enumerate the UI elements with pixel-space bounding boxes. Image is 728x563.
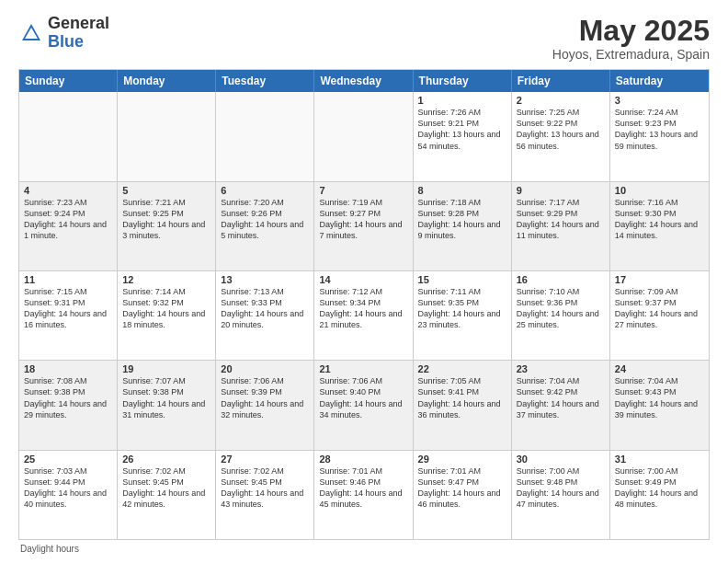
cell-info: Sunrise: 7:11 AMSunset: 9:35 PMDaylight:… xyxy=(418,286,506,331)
cell-info: Sunrise: 7:24 AMSunset: 9:23 PMDaylight:… xyxy=(615,107,704,152)
cell-info: Sunrise: 7:08 AMSunset: 9:38 PMDaylight:… xyxy=(24,375,112,420)
cell-info: Sunrise: 7:04 AMSunset: 9:42 PMDaylight:… xyxy=(517,375,605,420)
footer-note: Daylight hours xyxy=(18,544,710,554)
calendar-week-4: 18Sunrise: 7:08 AMSunset: 9:38 PMDayligh… xyxy=(19,360,709,449)
cell-info: Sunrise: 7:12 AMSunset: 9:34 PMDaylight:… xyxy=(319,286,407,331)
calendar-cell: 27Sunrise: 7:02 AMSunset: 9:45 PMDayligh… xyxy=(216,451,314,539)
day-number: 6 xyxy=(221,185,309,196)
cell-info: Sunrise: 7:15 AMSunset: 9:31 PMDaylight:… xyxy=(24,286,112,331)
cell-info: Sunrise: 7:02 AMSunset: 9:45 PMDaylight:… xyxy=(122,465,210,511)
calendar-cell: 5Sunrise: 7:21 AMSunset: 9:25 PMDaylight… xyxy=(118,182,216,270)
calendar-body: 1Sunrise: 7:26 AMSunset: 9:21 PMDaylight… xyxy=(19,92,709,539)
day-header-friday: Friday xyxy=(512,70,610,92)
calendar-week-5: 25Sunrise: 7:03 AMSunset: 9:44 PMDayligh… xyxy=(19,450,709,539)
cell-info: Sunrise: 7:14 AMSunset: 9:32 PMDaylight:… xyxy=(122,286,210,331)
cell-info: Sunrise: 7:02 AMSunset: 9:45 PMDaylight:… xyxy=(221,465,309,511)
cell-info: Sunrise: 7:19 AMSunset: 9:27 PMDaylight:… xyxy=(319,197,407,242)
day-number: 3 xyxy=(615,95,704,106)
calendar-cell: 18Sunrise: 7:08 AMSunset: 9:38 PMDayligh… xyxy=(19,361,118,449)
calendar-cell: 19Sunrise: 7:07 AMSunset: 9:38 PMDayligh… xyxy=(118,361,216,449)
calendar-cell: 17Sunrise: 7:09 AMSunset: 9:37 PMDayligh… xyxy=(610,271,709,360)
day-number: 5 xyxy=(122,185,210,196)
day-number: 22 xyxy=(418,363,506,374)
cell-info: Sunrise: 7:00 AMSunset: 9:49 PMDaylight:… xyxy=(615,465,704,511)
cell-info: Sunrise: 7:21 AMSunset: 9:25 PMDaylight:… xyxy=(122,197,210,242)
day-number: 12 xyxy=(122,274,210,285)
calendar-cell xyxy=(216,92,314,180)
calendar-cell: 6Sunrise: 7:20 AMSunset: 9:26 PMDaylight… xyxy=(216,182,314,270)
calendar-cell: 11Sunrise: 7:15 AMSunset: 9:31 PMDayligh… xyxy=(19,271,118,360)
cell-info: Sunrise: 7:07 AMSunset: 9:38 PMDaylight:… xyxy=(122,375,210,420)
cell-info: Sunrise: 7:17 AMSunset: 9:29 PMDaylight:… xyxy=(517,197,605,242)
calendar-cell xyxy=(314,92,413,180)
calendar-cell xyxy=(19,92,118,180)
logo-blue-text: Blue xyxy=(48,32,84,51)
logo: General Blue xyxy=(18,15,109,52)
day-number: 15 xyxy=(418,274,506,285)
calendar: SundayMondayTuesdayWednesdayThursdayFrid… xyxy=(18,69,710,540)
day-number: 13 xyxy=(221,274,309,285)
calendar-week-1: 1Sunrise: 7:26 AMSunset: 9:21 PMDaylight… xyxy=(19,92,709,180)
day-number: 25 xyxy=(24,454,112,465)
day-number: 27 xyxy=(221,454,309,465)
calendar-cell: 8Sunrise: 7:18 AMSunset: 9:28 PMDaylight… xyxy=(414,182,512,270)
calendar-cell: 15Sunrise: 7:11 AMSunset: 9:35 PMDayligh… xyxy=(414,271,512,360)
day-header-wednesday: Wednesday xyxy=(314,70,413,92)
location: Hoyos, Extremadura, Spain xyxy=(552,47,710,62)
calendar-cell: 25Sunrise: 7:03 AMSunset: 9:44 PMDayligh… xyxy=(19,451,118,539)
calendar-cell: 28Sunrise: 7:01 AMSunset: 9:46 PMDayligh… xyxy=(314,451,413,539)
day-number: 1 xyxy=(418,95,506,106)
cell-info: Sunrise: 7:23 AMSunset: 9:24 PMDaylight:… xyxy=(24,197,112,242)
calendar-week-3: 11Sunrise: 7:15 AMSunset: 9:31 PMDayligh… xyxy=(19,270,709,360)
day-number: 21 xyxy=(319,363,407,374)
calendar-cell: 29Sunrise: 7:01 AMSunset: 9:47 PMDayligh… xyxy=(414,451,512,539)
calendar-cell: 10Sunrise: 7:16 AMSunset: 9:30 PMDayligh… xyxy=(610,182,709,270)
calendar-cell: 9Sunrise: 7:17 AMSunset: 9:29 PMDaylight… xyxy=(512,182,610,270)
calendar-cell: 13Sunrise: 7:13 AMSunset: 9:33 PMDayligh… xyxy=(216,271,314,360)
calendar-cell: 4Sunrise: 7:23 AMSunset: 9:24 PMDaylight… xyxy=(19,182,118,270)
cell-info: Sunrise: 7:25 AMSunset: 9:22 PMDaylight:… xyxy=(517,107,605,152)
cell-info: Sunrise: 7:06 AMSunset: 9:40 PMDaylight:… xyxy=(319,375,407,420)
month-title: May 2025 xyxy=(552,15,710,47)
day-number: 23 xyxy=(517,363,605,374)
calendar-cell: 12Sunrise: 7:14 AMSunset: 9:32 PMDayligh… xyxy=(118,271,216,360)
title-block: May 2025 Hoyos, Extremadura, Spain xyxy=(552,15,710,62)
cell-info: Sunrise: 7:18 AMSunset: 9:28 PMDaylight:… xyxy=(418,197,506,242)
cell-info: Sunrise: 7:16 AMSunset: 9:30 PMDaylight:… xyxy=(615,197,704,242)
cell-info: Sunrise: 7:20 AMSunset: 9:26 PMDaylight:… xyxy=(221,197,309,242)
day-number: 9 xyxy=(517,185,605,196)
day-header-monday: Monday xyxy=(118,70,216,92)
calendar-cell: 21Sunrise: 7:06 AMSunset: 9:40 PMDayligh… xyxy=(314,361,413,449)
logo-icon xyxy=(18,20,44,46)
calendar-cell: 7Sunrise: 7:19 AMSunset: 9:27 PMDaylight… xyxy=(314,182,413,270)
calendar-week-2: 4Sunrise: 7:23 AMSunset: 9:24 PMDaylight… xyxy=(19,181,709,270)
cell-info: Sunrise: 7:03 AMSunset: 9:44 PMDaylight:… xyxy=(24,465,112,511)
day-header-saturday: Saturday xyxy=(610,70,709,92)
cell-info: Sunrise: 7:26 AMSunset: 9:21 PMDaylight:… xyxy=(418,107,506,152)
calendar-cell: 30Sunrise: 7:00 AMSunset: 9:48 PMDayligh… xyxy=(512,451,610,539)
cell-info: Sunrise: 7:09 AMSunset: 9:37 PMDaylight:… xyxy=(615,286,704,331)
day-number: 24 xyxy=(615,363,704,374)
calendar-cell: 1Sunrise: 7:26 AMSunset: 9:21 PMDaylight… xyxy=(414,92,512,180)
cell-info: Sunrise: 7:01 AMSunset: 9:47 PMDaylight:… xyxy=(418,465,506,511)
day-number: 8 xyxy=(418,185,506,196)
day-number: 30 xyxy=(517,454,605,465)
logo-general-text: General xyxy=(48,14,109,32)
cell-info: Sunrise: 7:13 AMSunset: 9:33 PMDaylight:… xyxy=(221,286,309,331)
cell-info: Sunrise: 7:04 AMSunset: 9:43 PMDaylight:… xyxy=(615,375,704,420)
day-number: 7 xyxy=(319,185,407,196)
day-number: 26 xyxy=(122,454,210,465)
calendar-cell: 2Sunrise: 7:25 AMSunset: 9:22 PMDaylight… xyxy=(512,92,610,180)
day-number: 19 xyxy=(122,363,210,374)
calendar-cell: 16Sunrise: 7:10 AMSunset: 9:36 PMDayligh… xyxy=(512,271,610,360)
cell-info: Sunrise: 7:00 AMSunset: 9:48 PMDaylight:… xyxy=(517,465,605,511)
calendar-cell: 20Sunrise: 7:06 AMSunset: 9:39 PMDayligh… xyxy=(216,361,314,449)
day-number: 18 xyxy=(24,363,112,374)
calendar-cell xyxy=(118,92,216,180)
day-number: 28 xyxy=(319,454,407,465)
day-number: 4 xyxy=(24,185,112,196)
day-number: 2 xyxy=(517,95,605,106)
day-header-thursday: Thursday xyxy=(414,70,512,92)
day-number: 11 xyxy=(24,274,112,285)
day-number: 31 xyxy=(615,454,704,465)
